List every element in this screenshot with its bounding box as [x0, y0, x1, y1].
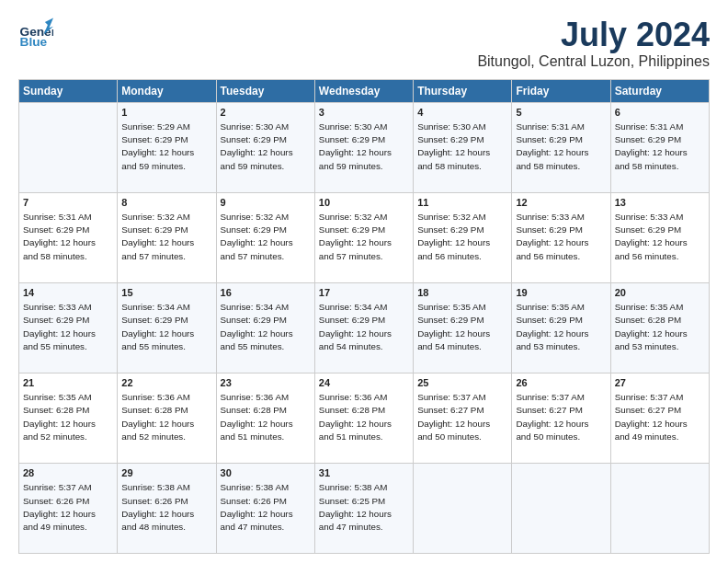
cell-content: Sunrise: 5:31 AMSunset: 6:29 PMDaylight:… [516, 121, 588, 171]
day-header-saturday: Saturday [610, 79, 709, 102]
cell-content: Sunrise: 5:30 AMSunset: 6:29 PMDaylight:… [417, 121, 490, 171]
day-number: 1 [121, 106, 211, 120]
day-number: 24 [319, 376, 409, 390]
calendar-cell [610, 463, 709, 553]
cell-content: Sunrise: 5:33 AMSunset: 6:29 PMDaylight:… [516, 212, 588, 261]
day-number: 21 [23, 376, 113, 390]
cell-content: Sunrise: 5:30 AMSunset: 6:29 PMDaylight:… [319, 121, 392, 171]
cell-content: Sunrise: 5:36 AMSunset: 6:28 PMDaylight:… [319, 392, 392, 442]
day-number: 10 [319, 196, 409, 210]
cell-content: Sunrise: 5:37 AMSunset: 6:27 PMDaylight:… [615, 392, 688, 442]
day-number: 7 [23, 196, 113, 210]
day-number: 19 [516, 286, 606, 300]
cell-content: Sunrise: 5:38 AMSunset: 6:25 PMDaylight:… [319, 482, 392, 532]
calendar-week-2: 7Sunrise: 5:31 AMSunset: 6:29 PMDaylight… [19, 192, 710, 282]
calendar-cell: 29Sunrise: 5:38 AMSunset: 6:26 PMDayligh… [118, 463, 216, 553]
day-number: 18 [417, 286, 507, 300]
logo: General Blue [18, 17, 53, 52]
cell-content: Sunrise: 5:36 AMSunset: 6:28 PMDaylight:… [121, 392, 194, 442]
calendar-cell: 23Sunrise: 5:36 AMSunset: 6:28 PMDayligh… [216, 373, 314, 463]
day-number: 5 [516, 106, 606, 120]
cell-content: Sunrise: 5:36 AMSunset: 6:28 PMDaylight:… [221, 392, 293, 442]
calendar-cell: 18Sunrise: 5:35 AMSunset: 6:29 PMDayligh… [414, 282, 512, 373]
calendar-cell: 27Sunrise: 5:37 AMSunset: 6:27 PMDayligh… [610, 373, 709, 463]
day-header-friday: Friday [512, 79, 610, 102]
calendar-week-4: 21Sunrise: 5:35 AMSunset: 6:28 PMDayligh… [19, 373, 710, 463]
day-number: 13 [615, 196, 705, 210]
calendar-cell: 1Sunrise: 5:29 AMSunset: 6:29 PMDaylight… [118, 102, 216, 192]
calendar-cell: 30Sunrise: 5:38 AMSunset: 6:26 PMDayligh… [216, 463, 314, 553]
cell-content: Sunrise: 5:33 AMSunset: 6:29 PMDaylight:… [23, 302, 96, 351]
day-header-wednesday: Wednesday [314, 79, 413, 102]
day-number: 15 [121, 286, 211, 300]
calendar-cell: 8Sunrise: 5:32 AMSunset: 6:29 PMDaylight… [118, 192, 216, 282]
cell-content: Sunrise: 5:34 AMSunset: 6:29 PMDaylight:… [221, 302, 293, 351]
day-number: 2 [221, 106, 311, 120]
calendar-cell: 3Sunrise: 5:30 AMSunset: 6:29 PMDaylight… [314, 102, 413, 192]
svg-text:Blue: Blue [20, 35, 48, 49]
cell-content: Sunrise: 5:35 AMSunset: 6:29 PMDaylight:… [417, 302, 490, 351]
calendar-cell: 9Sunrise: 5:32 AMSunset: 6:29 PMDaylight… [216, 192, 314, 282]
day-number: 6 [615, 106, 705, 120]
calendar-week-5: 28Sunrise: 5:37 AMSunset: 6:26 PMDayligh… [19, 463, 710, 553]
cell-content: Sunrise: 5:33 AMSunset: 6:29 PMDaylight:… [615, 212, 688, 261]
cell-content: Sunrise: 5:31 AMSunset: 6:29 PMDaylight:… [615, 121, 688, 171]
calendar-cell [19, 102, 118, 192]
calendar-week-3: 14Sunrise: 5:33 AMSunset: 6:29 PMDayligh… [19, 282, 710, 373]
day-number: 20 [615, 286, 705, 300]
calendar-cell: 14Sunrise: 5:33 AMSunset: 6:29 PMDayligh… [19, 282, 118, 373]
calendar-week-1: 1Sunrise: 5:29 AMSunset: 6:29 PMDaylight… [19, 102, 710, 192]
day-number: 12 [516, 196, 606, 210]
calendar-cell: 6Sunrise: 5:31 AMSunset: 6:29 PMDaylight… [610, 102, 709, 192]
day-number: 31 [319, 466, 409, 480]
calendar-cell: 11Sunrise: 5:32 AMSunset: 6:29 PMDayligh… [414, 192, 512, 282]
cell-content: Sunrise: 5:34 AMSunset: 6:29 PMDaylight:… [319, 302, 392, 351]
day-number: 22 [121, 376, 211, 390]
calendar-cell: 12Sunrise: 5:33 AMSunset: 6:29 PMDayligh… [512, 192, 610, 282]
day-header-tuesday: Tuesday [216, 79, 314, 102]
day-number: 3 [319, 106, 409, 120]
calendar-cell: 13Sunrise: 5:33 AMSunset: 6:29 PMDayligh… [610, 192, 709, 282]
calendar-cell: 16Sunrise: 5:34 AMSunset: 6:29 PMDayligh… [216, 282, 314, 373]
cell-content: Sunrise: 5:38 AMSunset: 6:26 PMDaylight:… [121, 482, 194, 532]
calendar-cell [512, 463, 610, 553]
day-header-monday: Monday [118, 79, 216, 102]
day-number: 23 [221, 376, 311, 390]
day-number: 4 [417, 106, 507, 120]
cell-content: Sunrise: 5:38 AMSunset: 6:26 PMDaylight:… [221, 482, 293, 532]
cell-content: Sunrise: 5:37 AMSunset: 6:26 PMDaylight:… [23, 482, 96, 532]
day-number: 27 [615, 376, 705, 390]
calendar-cell: 20Sunrise: 5:35 AMSunset: 6:28 PMDayligh… [610, 282, 709, 373]
cell-content: Sunrise: 5:31 AMSunset: 6:29 PMDaylight:… [23, 212, 96, 261]
day-number: 28 [23, 466, 113, 480]
cell-content: Sunrise: 5:35 AMSunset: 6:28 PMDaylight:… [23, 392, 96, 442]
day-number: 16 [221, 286, 311, 300]
calendar-cell: 5Sunrise: 5:31 AMSunset: 6:29 PMDaylight… [512, 102, 610, 192]
day-number: 11 [417, 196, 507, 210]
cell-content: Sunrise: 5:32 AMSunset: 6:29 PMDaylight:… [319, 212, 392, 261]
day-number: 29 [121, 466, 211, 480]
calendar-header-row: SundayMondayTuesdayWednesdayThursdayFrid… [19, 79, 710, 102]
calendar-cell: 7Sunrise: 5:31 AMSunset: 6:29 PMDaylight… [19, 192, 118, 282]
day-header-thursday: Thursday [414, 79, 512, 102]
calendar-cell [414, 463, 512, 553]
day-number: 17 [319, 286, 409, 300]
calendar-cell: 28Sunrise: 5:37 AMSunset: 6:26 PMDayligh… [19, 463, 118, 553]
calendar-cell: 4Sunrise: 5:30 AMSunset: 6:29 PMDaylight… [414, 102, 512, 192]
calendar-cell: 17Sunrise: 5:34 AMSunset: 6:29 PMDayligh… [314, 282, 413, 373]
calendar-title-block: July 2024 Bitungol, Central Luzon, Phili… [477, 17, 710, 70]
day-number: 30 [221, 466, 311, 480]
calendar-cell: 24Sunrise: 5:36 AMSunset: 6:28 PMDayligh… [314, 373, 413, 463]
day-number: 8 [121, 196, 211, 210]
day-number: 9 [221, 196, 311, 210]
day-number: 26 [516, 376, 606, 390]
calendar-cell: 2Sunrise: 5:30 AMSunset: 6:29 PMDaylight… [216, 102, 314, 192]
cell-content: Sunrise: 5:32 AMSunset: 6:29 PMDaylight:… [417, 212, 490, 261]
calendar-subtitle: Bitungol, Central Luzon, Philippines [477, 53, 710, 70]
calendar-title: July 2024 [477, 17, 710, 53]
cell-content: Sunrise: 5:32 AMSunset: 6:29 PMDaylight:… [221, 212, 293, 261]
cell-content: Sunrise: 5:37 AMSunset: 6:27 PMDaylight:… [516, 392, 588, 442]
cell-content: Sunrise: 5:35 AMSunset: 6:28 PMDaylight:… [615, 302, 688, 351]
cell-content: Sunrise: 5:29 AMSunset: 6:29 PMDaylight:… [121, 121, 194, 171]
calendar-cell: 25Sunrise: 5:37 AMSunset: 6:27 PMDayligh… [414, 373, 512, 463]
